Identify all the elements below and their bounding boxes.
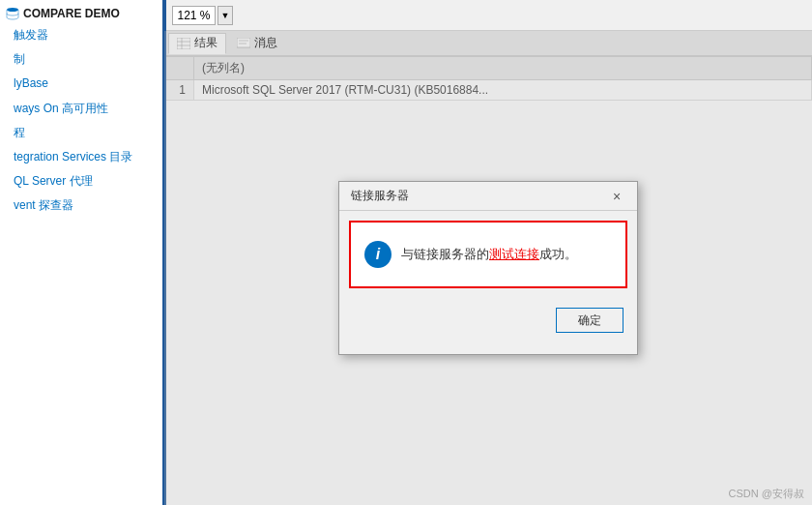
sidebar-item-sql-agent[interactable]: QL Server 代理: [0, 169, 162, 193]
message-prefix: 与链接服务器的: [401, 247, 489, 261]
sidebar-item-label: vent 探查器: [14, 198, 73, 212]
info-icon: i: [364, 241, 392, 268]
modal-overlay: 链接服务器 × i 与链接服务器的测试连接成功。 确定: [164, 31, 812, 505]
sidebar-item-label: lyBase: [14, 76, 48, 90]
modal-header: 链接服务器 ×: [339, 182, 637, 211]
linked-server-modal: 链接服务器 × i 与链接服务器的测试连接成功。 确定: [338, 181, 638, 355]
sidebar-item-label: 制: [14, 52, 25, 66]
svg-point-0: [7, 8, 18, 12]
sidebar-item-ha[interactable]: ways On 高可用性: [0, 97, 162, 121]
zoom-dropdown[interactable]: ▼: [218, 6, 233, 25]
message-highlight: 测试连接: [489, 247, 539, 261]
modal-title: 链接服务器: [351, 188, 409, 204]
sidebar-item-alwayson-base[interactable]: lyBase: [0, 72, 162, 96]
zoom-control: ▼: [172, 6, 233, 25]
sidebar-title-label: COMPARE DEMO: [23, 7, 120, 20]
zoom-input[interactable]: [172, 6, 216, 25]
sidebar-item-label: ways On 高可用性: [14, 102, 108, 115]
sidebar-item-label: tegration Services 目录: [14, 150, 132, 163]
ok-button[interactable]: 确定: [556, 308, 624, 333]
toolbar: ▼: [164, 0, 812, 31]
sidebar-item-label: 触发器: [14, 28, 48, 42]
sidebar-item-label: QL Server 代理: [14, 174, 93, 188]
close-icon: ×: [613, 189, 621, 204]
sidebar-item-integration-services[interactable]: tegration Services 目录: [0, 145, 162, 169]
sidebar-item-triggers[interactable]: 触发器: [0, 23, 162, 47]
sidebar-item-integration-short[interactable]: 程: [0, 121, 162, 145]
sidebar-title[interactable]: COMPARE DEMO: [0, 4, 162, 23]
database-icon: [6, 7, 19, 20]
sidebar-item-label: 程: [14, 126, 25, 139]
ok-button-label: 确定: [578, 312, 601, 329]
modal-close-button[interactable]: ×: [608, 188, 625, 205]
sidebar: COMPARE DEMO 触发器 制 lyBase ways On 高可用性 程…: [0, 0, 164, 505]
modal-body: i 与链接服务器的测试连接成功。: [349, 221, 627, 288]
message-suffix: 成功。: [539, 247, 577, 261]
sidebar-item-policy[interactable]: 制: [0, 47, 162, 72]
sidebar-item-event-viewer[interactable]: vent 探查器: [0, 193, 162, 218]
modal-message: 与链接服务器的测试连接成功。: [401, 246, 577, 263]
modal-footer: 确定: [339, 298, 637, 342]
